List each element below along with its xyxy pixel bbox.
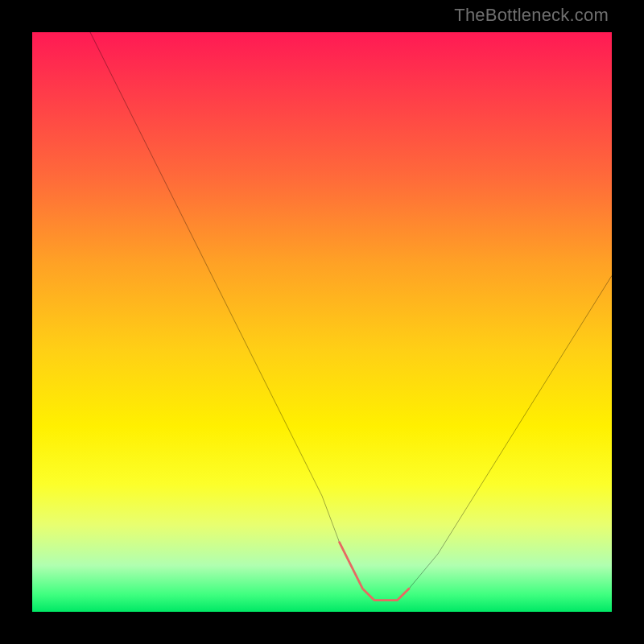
bottleneck-curve-path: [90, 32, 612, 601]
chart-frame: TheBottleneck.com: [0, 0, 644, 644]
plot-area: [32, 32, 612, 612]
curve-layer: [32, 32, 612, 612]
sweet-spot-band-path: [340, 543, 409, 601]
watermark-text: TheBottleneck.com: [454, 5, 609, 26]
